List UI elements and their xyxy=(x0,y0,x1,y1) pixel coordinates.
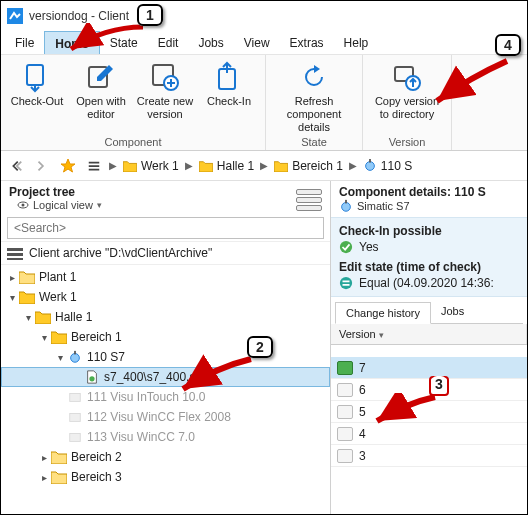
version-row[interactable]: 7 xyxy=(331,357,527,379)
refresh-button[interactable]: Refresh component details xyxy=(270,59,358,136)
tree-label: Werk 1 xyxy=(39,290,77,304)
version-icon xyxy=(337,427,353,441)
tree-node-bereich2[interactable]: ▸ Bereich 2 xyxy=(1,447,330,467)
menu-jobs[interactable]: Jobs xyxy=(188,31,233,54)
svg-point-21 xyxy=(342,203,351,212)
open-editor-label: Open with editor xyxy=(71,95,131,121)
sort-icon: ▾ xyxy=(379,330,384,340)
menu-help[interactable]: Help xyxy=(334,31,379,54)
component-icon xyxy=(67,390,83,404)
tree-node-intouch[interactable]: 111 Visu InTouch 10.0 xyxy=(1,387,330,407)
svg-rect-9 xyxy=(369,159,371,163)
col-version[interactable]: Version ▾ xyxy=(331,324,527,344)
pencil-icon xyxy=(85,61,117,93)
expand-icon[interactable]: ▸ xyxy=(5,272,19,283)
crumb-label: 110 S xyxy=(381,159,412,173)
details-type: Simatic S7 xyxy=(357,200,410,212)
checkin-section: Check-In possible Yes Edit state (time o… xyxy=(331,217,527,297)
open-editor-button[interactable]: Open with editor xyxy=(69,59,133,136)
svg-rect-20 xyxy=(70,434,81,442)
version-row[interactable]: 3 xyxy=(331,445,527,467)
tree-node-bereich1[interactable]: ▾ Bereich 1 xyxy=(1,327,330,347)
archive-label: Client archive "D:\vdClientArchive" xyxy=(29,246,212,260)
svg-rect-22 xyxy=(345,200,347,204)
collapse-icon[interactable]: ▾ xyxy=(37,332,51,343)
project-tree-pane: Project tree Logical view ▾ Client archi… xyxy=(1,181,331,514)
expand-icon[interactable]: ▸ xyxy=(37,452,51,463)
editstate-label: Edit state (time of check) xyxy=(339,260,519,274)
nav-fwd-icon[interactable] xyxy=(31,155,53,177)
tree-node-110s7[interactable]: ▾ 110 S7 xyxy=(1,347,330,367)
version-icon xyxy=(337,361,353,375)
svg-point-8 xyxy=(365,161,374,170)
crumb-label: Werk 1 xyxy=(141,159,179,173)
tree-node-werk1[interactable]: ▾ Werk 1 xyxy=(1,287,330,307)
menu-view[interactable]: View xyxy=(234,31,280,54)
tree-node-bereich3[interactable]: ▸ Bereich 3 xyxy=(1,467,330,487)
menu-extras[interactable]: Extras xyxy=(280,31,334,54)
tree-node-halle1[interactable]: ▾ Halle 1 xyxy=(1,307,330,327)
archive-icon xyxy=(7,246,23,260)
tree-node-plant1[interactable]: ▸ Plant 1 xyxy=(1,267,330,287)
details-title: Component details: 110 S xyxy=(339,185,519,199)
checkin-value: Yes xyxy=(359,240,379,254)
collapse-icon[interactable]: ▾ xyxy=(21,312,35,323)
refresh-icon xyxy=(298,61,330,93)
archive-row[interactable]: Client archive "D:\vdClientArchive" xyxy=(1,241,330,265)
component-icon xyxy=(67,350,83,364)
ribbon-group-component: Component xyxy=(5,136,261,148)
checkout-button[interactable]: Check-Out xyxy=(5,59,69,136)
svg-rect-19 xyxy=(70,414,81,422)
crumb-werk1[interactable]: Werk 1 xyxy=(121,159,181,173)
tree-node-winccflex[interactable]: 112 Visu WinCC Flex 2008 xyxy=(1,407,330,427)
ribbon-group-version: Version xyxy=(367,136,447,148)
ribbon-group-state: State xyxy=(270,136,358,148)
crumb-label: Halle 1 xyxy=(217,159,254,173)
component-type-icon xyxy=(339,199,353,213)
crumb-bereich1[interactable]: Bereich 1 xyxy=(272,159,345,173)
svg-rect-18 xyxy=(70,394,81,402)
nav-back-icon[interactable] xyxy=(5,155,27,177)
list-icon[interactable] xyxy=(83,155,105,177)
menu-file[interactable]: File xyxy=(5,31,44,54)
svg-rect-12 xyxy=(7,248,23,251)
tree: ▸ Plant 1 ▾ Werk 1 ▾ Halle 1 ▾ Bereich 1… xyxy=(1,265,330,514)
annotation-arrow-2 xyxy=(177,353,257,397)
star-icon[interactable] xyxy=(57,155,79,177)
version-value: 3 xyxy=(359,449,366,463)
chevron-down-icon: ▾ xyxy=(97,200,102,210)
component-icon xyxy=(67,430,83,444)
annotation-arrow-4 xyxy=(431,57,511,107)
svg-rect-13 xyxy=(7,253,23,256)
menu-edit[interactable]: Edit xyxy=(148,31,189,54)
svg-point-15 xyxy=(71,354,80,363)
view-mode-selector[interactable]: Logical view ▾ xyxy=(9,199,110,215)
svg-point-11 xyxy=(22,204,25,207)
check-icon xyxy=(339,240,353,254)
collapse-icon[interactable]: ▾ xyxy=(5,292,19,303)
tab-jobs[interactable]: Jobs xyxy=(431,301,474,323)
svg-rect-16 xyxy=(74,351,76,355)
create-version-icon xyxy=(149,61,181,93)
version-icon xyxy=(337,383,353,397)
crumb-halle1[interactable]: Halle 1 xyxy=(197,159,256,173)
annotation-arrow-1 xyxy=(65,23,145,57)
svg-point-17 xyxy=(89,376,94,381)
collapse-icon[interactable]: ▾ xyxy=(53,352,67,363)
crumb-component[interactable]: 110 S xyxy=(361,159,414,173)
tree-node-s7file[interactable]: s7_400\s7_400.s7p xyxy=(1,367,330,387)
crumb-sep-icon: ▶ xyxy=(109,160,117,171)
tab-change-history[interactable]: Change history xyxy=(335,302,431,324)
search-box[interactable] xyxy=(7,217,324,239)
project-tree-title: Project tree xyxy=(9,185,110,199)
checkin-button[interactable]: Check-In xyxy=(197,59,261,136)
tree-label: Plant 1 xyxy=(39,270,76,284)
search-input[interactable] xyxy=(7,217,324,239)
create-version-button[interactable]: Create new version xyxy=(133,59,197,136)
annotation-arrow-3 xyxy=(371,393,441,429)
server-icon[interactable] xyxy=(296,189,322,211)
app-icon xyxy=(7,8,23,24)
tree-node-wincc7[interactable]: 113 Visu WinCC 7.0 xyxy=(1,427,330,447)
details-pane: Component details: 110 S Simatic S7 Chec… xyxy=(331,181,527,514)
expand-icon[interactable]: ▸ xyxy=(37,472,51,483)
